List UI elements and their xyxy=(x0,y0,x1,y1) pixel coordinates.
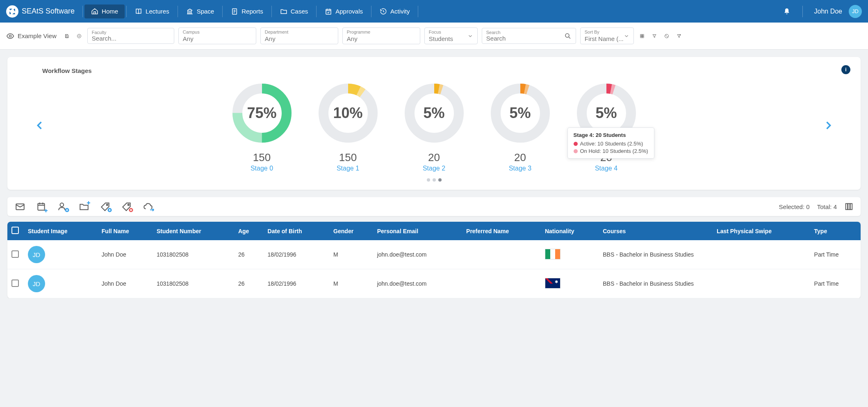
cell-dob: 18/02/1996 xyxy=(264,240,330,269)
workflow-card: Workflow Stages i 75% 150 Stage 0 10% 15… xyxy=(7,57,861,190)
nav-cases[interactable]: Cases xyxy=(273,5,315,18)
ban-icon[interactable] xyxy=(663,32,671,40)
info-icon[interactable]: i xyxy=(841,65,850,74)
svg-point-2 xyxy=(9,35,11,37)
cloud-export-icon[interactable] xyxy=(143,201,153,212)
stage-name[interactable]: Stage 4 xyxy=(595,165,617,172)
stage-name[interactable]: Stage 3 xyxy=(509,165,531,172)
svg-point-30 xyxy=(107,204,108,205)
stage-name[interactable]: Stage 0 xyxy=(251,165,273,172)
svg-rect-36 xyxy=(850,204,852,210)
row-checkbox[interactable] xyxy=(11,250,19,258)
stage-count: 20 xyxy=(514,151,526,164)
stage-percent: 5% xyxy=(485,78,555,148)
user-avatar[interactable]: JD xyxy=(849,5,862,18)
chevron-down-icon xyxy=(467,33,473,39)
cell-type: Part Time xyxy=(810,240,861,269)
col-header[interactable]: Student Number xyxy=(153,222,234,240)
tag-add-icon[interactable] xyxy=(100,201,111,212)
svg-point-4 xyxy=(565,34,569,37)
stage-3[interactable]: 5% 20 Stage 3 xyxy=(485,78,555,172)
action-toolbar: Selected: 0 Total: 4 xyxy=(7,197,861,216)
cell-swipe xyxy=(713,269,810,298)
mail-icon[interactable] xyxy=(15,201,25,212)
cell-number: 1031802508 xyxy=(153,240,234,269)
stage-4[interactable]: 5% 20 Stage 4 Stage 4: 20 Students Activ… xyxy=(572,78,641,172)
view-selector[interactable]: Example View xyxy=(6,32,57,40)
save-icon[interactable] xyxy=(63,32,71,40)
prev-arrow[interactable] xyxy=(32,117,48,134)
nav-reports[interactable]: Reports xyxy=(224,5,270,18)
nav-approvals[interactable]: Approvals xyxy=(318,5,369,18)
next-arrow[interactable] xyxy=(820,117,836,134)
table-row[interactable]: JD John Doe 1031802508 26 18/02/1996 M j… xyxy=(7,240,861,269)
col-header[interactable]: Preferred Name xyxy=(462,222,541,240)
cell-gender: M xyxy=(329,269,373,298)
filter-settings-icon[interactable] xyxy=(675,32,683,40)
carousel-dots[interactable] xyxy=(32,178,836,182)
stage-2[interactable]: 5% 20 Stage 2 xyxy=(399,78,469,172)
svg-rect-6 xyxy=(642,34,644,36)
columns-icon[interactable] xyxy=(844,202,853,211)
stage-0[interactable]: 75% 150 Stage 0 xyxy=(227,78,297,172)
search-filter[interactable]: Search xyxy=(482,28,576,44)
cell-pref xyxy=(462,269,541,298)
user-add-icon[interactable] xyxy=(57,201,68,212)
filter-icon[interactable] xyxy=(650,32,658,40)
filter-bar: Example View Faculty Campus Any Departme… xyxy=(0,23,868,50)
search-icon xyxy=(564,32,572,40)
stage-count: 150 xyxy=(253,151,271,164)
calendar-add-icon[interactable] xyxy=(36,201,47,212)
col-header[interactable]: Date of Birth xyxy=(264,222,330,240)
col-header[interactable]: Personal Email xyxy=(373,222,462,240)
calendar-check-icon xyxy=(325,8,332,15)
grid-icon[interactable] xyxy=(638,32,646,40)
campus-filter[interactable]: Campus Any xyxy=(178,27,256,44)
folder-add-icon[interactable] xyxy=(79,201,89,212)
cell-age: 26 xyxy=(234,240,264,269)
col-header[interactable]: Gender xyxy=(329,222,373,240)
sort-filter[interactable]: Sort By First Name (... xyxy=(580,27,634,44)
col-header[interactable]: Age xyxy=(234,222,264,240)
student-avatar: JD xyxy=(28,246,45,263)
stage-name[interactable]: Stage 2 xyxy=(423,165,445,172)
folder-icon xyxy=(280,8,287,15)
select-all-checkbox[interactable] xyxy=(11,227,19,234)
clear-icon[interactable] xyxy=(75,32,83,40)
cell-pref xyxy=(462,240,541,269)
eye-icon xyxy=(6,32,14,40)
department-filter[interactable]: Department Any xyxy=(260,27,338,44)
nav-activity[interactable]: Activity xyxy=(373,5,417,18)
col-header[interactable]: Student Image xyxy=(24,222,98,240)
user-name[interactable]: John Doe xyxy=(814,8,843,15)
col-header[interactable]: Nationality xyxy=(541,222,599,240)
col-header[interactable]: Courses xyxy=(599,222,713,240)
bell-icon[interactable] xyxy=(783,7,791,16)
nav-home[interactable]: Home xyxy=(84,5,125,18)
svg-rect-7 xyxy=(640,36,642,38)
table-row[interactable]: JD John Doe 1031802508 26 18/02/1996 M j… xyxy=(7,269,861,298)
students-table: Student ImageFull NameStudent NumberAgeD… xyxy=(7,222,861,298)
col-header[interactable]: Type xyxy=(810,222,861,240)
col-header[interactable]: Last Physical Swipe xyxy=(713,222,810,240)
svg-rect-34 xyxy=(846,204,848,210)
nav-lectures[interactable]: Lectures xyxy=(128,5,176,18)
faculty-filter[interactable]: Faculty xyxy=(87,28,174,44)
tag-remove-icon[interactable] xyxy=(121,201,132,212)
faculty-input[interactable] xyxy=(92,35,170,42)
stage-1[interactable]: 10% 150 Stage 1 xyxy=(313,78,383,172)
programme-filter[interactable]: Programme Any xyxy=(342,27,420,44)
brand-suffix: Software xyxy=(46,7,75,15)
brand-logo[interactable]: SEAtS Software xyxy=(6,5,75,18)
focus-filter[interactable]: Focus Students xyxy=(424,27,478,44)
cell-dob: 18/02/1996 xyxy=(264,269,330,298)
flag-icon xyxy=(545,249,560,259)
col-header[interactable]: Full Name xyxy=(98,222,153,240)
stage-percent: 75% xyxy=(227,78,297,148)
svg-rect-35 xyxy=(848,204,850,210)
stage-name[interactable]: Stage 1 xyxy=(337,165,359,172)
row-checkbox[interactable] xyxy=(11,280,19,287)
nav-space[interactable]: Space xyxy=(180,5,221,18)
search-input[interactable] xyxy=(486,35,564,42)
total-count: Total: 4 xyxy=(817,203,837,210)
